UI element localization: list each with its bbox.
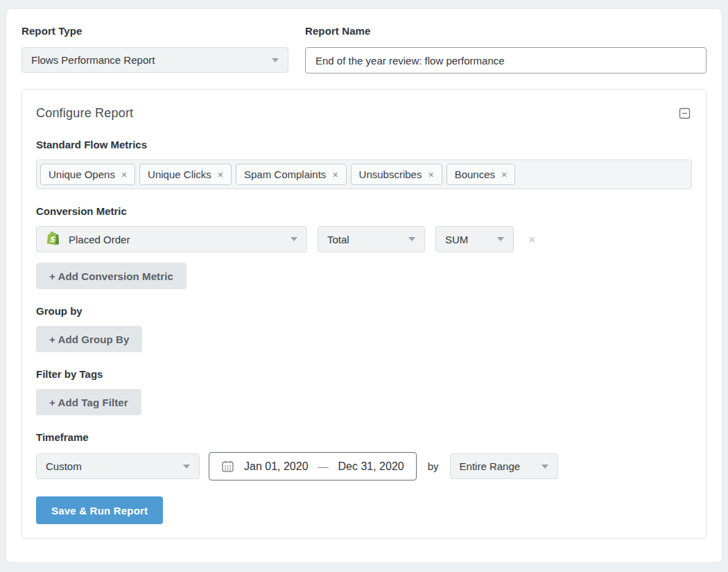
report-type-label: Report Type [21,25,288,37]
end-date-value[interactable]: Dec 31, 2020 [338,460,404,473]
chip-label: Unique Opens [49,168,115,180]
shopify-icon: S [46,231,60,248]
filter-by-tags-label: Filter by Tags [36,368,692,380]
timeframe-row: Custom [36,452,692,480]
remove-conversion-metric-button[interactable]: × [524,234,539,245]
chevron-down-icon [541,465,548,469]
conversion-aggregate-value: SUM [445,234,468,245]
conversion-measure-select[interactable]: Total [318,226,425,252]
report-name-label: Report Name [305,25,707,37]
add-group-by-button[interactable]: + Add Group By [36,326,142,352]
standard-flow-metrics-input[interactable]: Unique Opens × Unique Clicks × Spam Comp… [36,159,692,189]
standard-flow-metrics-label: Standard Flow Metrics [36,139,692,150]
metric-chip-unique-opens: Unique Opens × [40,164,135,185]
conversion-metric-select[interactable]: S Placed Order [36,226,307,252]
remove-chip-icon[interactable]: × [121,170,127,180]
standard-flow-metrics-section: Standard Flow Metrics Unique Opens × Uni… [36,139,692,189]
report-type-select[interactable]: Flows Performance Report [21,47,288,73]
start-date-value[interactable]: Jan 01, 2020 [244,460,309,473]
timeframe-type-value: Custom [46,460,82,472]
metric-chip-bounces: Bounces × [447,164,516,185]
report-type-value: Flows Performance Report [31,54,155,66]
interval-select[interactable]: Entire Range [450,453,558,479]
chevron-down-icon [291,237,297,241]
calendar-icon [221,460,234,473]
remove-chip-icon[interactable]: × [332,170,338,180]
conversion-measure-value: Total [327,234,349,245]
by-label: by [428,460,439,472]
remove-chip-icon[interactable]: × [218,170,223,180]
configure-report-title: Configure Report [36,106,133,121]
report-setup-row: Report Type Flows Performance Report Rep… [21,25,707,73]
timeframe-section: Timeframe Custom [36,431,692,480]
chip-label: Bounces [455,168,495,180]
chevron-down-icon [408,237,415,241]
minus-square-icon [679,107,691,119]
report-type-field: Report Type Flows Performance Report [21,25,288,73]
filter-by-tags-section: Filter by Tags + Add Tag Filter [36,368,692,415]
configure-report-header: Configure Report [36,106,692,121]
chevron-down-icon [183,465,190,469]
chevron-down-icon [272,58,279,62]
report-name-input[interactable] [305,47,707,73]
conversion-metric-label: Conversion Metric [36,205,692,217]
save-and-run-report-button[interactable]: Save & Run Report [36,496,163,524]
group-by-label: Group by [36,305,692,317]
timeframe-label: Timeframe [36,431,692,443]
conversion-aggregate-select[interactable]: SUM [435,226,514,252]
report-builder-card: Report Type Flows Performance Report Rep… [6,8,722,563]
conversion-metric-row: S Placed Order Total SUM × [36,226,692,252]
add-conversion-metric-button[interactable]: + Add Conversion Metric [36,263,187,289]
metric-chip-spam-complaints: Spam Complaints × [236,164,347,185]
timeframe-type-select[interactable]: Custom [36,453,200,479]
group-by-section: Group by + Add Group By [36,305,692,352]
report-name-field: Report Name [305,25,707,73]
chip-label: Spam Complaints [244,168,326,180]
remove-chip-icon[interactable]: × [428,170,433,180]
remove-chip-icon[interactable]: × [501,170,507,180]
metric-chip-unique-clicks: Unique Clicks × [139,164,232,185]
date-range-separator: — [318,460,329,472]
chip-label: Unsubscribes [359,168,422,180]
chevron-down-icon [497,237,504,241]
chip-label: Unique Clicks [148,168,211,180]
interval-value: Entire Range [460,460,521,472]
metric-chip-unsubscribes: Unsubscribes × [351,164,442,185]
add-tag-filter-button[interactable]: + Add Tag Filter [36,389,141,415]
collapse-panel-button[interactable] [677,106,692,121]
configure-report-panel: Configure Report Standard Flow Metrics U… [21,89,707,539]
conversion-metric-value: Placed Order [69,234,130,245]
conversion-metric-section: Conversion Metric S Placed Order [36,205,692,289]
date-range-picker[interactable]: Jan 01, 2020 — Dec 31, 2020 [209,452,417,480]
